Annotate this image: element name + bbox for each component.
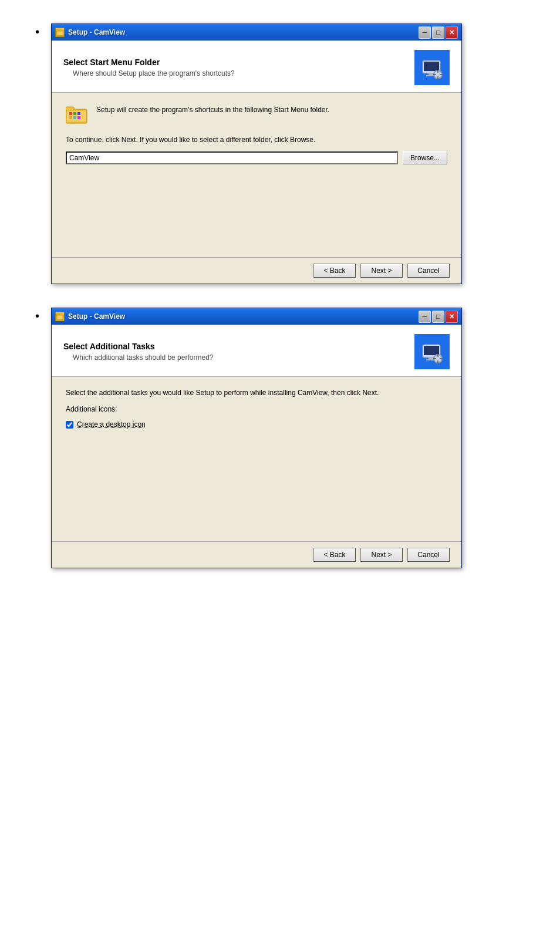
title-bar-buttons-1: ─ □ ✕ (419, 26, 458, 39)
additional-icons-label: Additional icons: (66, 405, 447, 413)
body-description-2: Select the additional tasks you would li… (66, 389, 447, 397)
dialog-body-2: Select the additional tasks you would li… (52, 377, 461, 541)
svg-rect-19 (77, 112, 80, 115)
setup-title-icon-2 (55, 312, 65, 321)
title-bar-2: Setup - CamView ─ □ ✕ (52, 308, 461, 325)
body-continue-text-1: To continue, click Next. If you would li… (66, 136, 447, 144)
title-bar-left-1: Setup - CamView (55, 28, 125, 37)
title-bar-title-1: Setup - CamView (68, 28, 125, 36)
dialog-title-2: Select Additional Tasks (63, 342, 213, 351)
svg-rect-5 (424, 62, 439, 71)
next-button-1[interactable]: Next > (360, 264, 403, 278)
folder-input-row-1: Browse... (66, 151, 447, 164)
svg-rect-17 (69, 112, 72, 115)
dialog-header-icon-1 (414, 50, 450, 85)
browse-button-1[interactable]: Browse... (403, 151, 447, 164)
bullet-item-1: • Setup - CamView ─ □ ✕ (35, 23, 525, 284)
title-bar-buttons-2: ─ □ ✕ (419, 311, 458, 323)
dialog-header-text-2: Select Additional Tasks Which additional… (63, 342, 213, 362)
back-button-2[interactable]: < Back (313, 548, 356, 562)
close-button-1[interactable]: ✕ (446, 26, 458, 39)
body-description-1: Setup will create the program's shortcut… (96, 104, 329, 115)
folder-name-input-1[interactable] (66, 151, 398, 164)
dialog-header-text-1: Select Start Menu Folder Where should Se… (63, 58, 235, 77)
desktop-icon-label[interactable]: Create a desktop icon (77, 420, 146, 429)
dialog-subtitle-2: Which additional tasks should be perform… (73, 353, 213, 362)
bullet-dot-1: • (35, 26, 39, 38)
minimize-button-1[interactable]: ─ (419, 26, 431, 39)
setup-title-icon-1 (55, 28, 65, 37)
svg-rect-15 (66, 107, 74, 110)
maximize-button-2[interactable]: □ (432, 311, 444, 323)
svg-rect-20 (69, 116, 72, 119)
close-button-2[interactable]: ✕ (446, 311, 458, 323)
minimize-button-2[interactable]: ─ (419, 311, 431, 323)
svg-rect-2 (57, 31, 63, 35)
dialog-subtitle-1: Where should Setup place the program's s… (73, 69, 235, 77)
cancel-button-2[interactable]: Cancel (407, 548, 450, 562)
svg-rect-21 (73, 116, 76, 119)
cancel-button-1[interactable]: Cancel (407, 264, 450, 278)
title-bar-left-2: Setup - CamView (55, 312, 125, 321)
maximize-button-1[interactable]: □ (432, 26, 444, 39)
svg-rect-25 (57, 315, 63, 319)
dialog-2: Setup - CamView ─ □ ✕ Select Additional … (51, 308, 462, 568)
title-bar-title-2: Setup - CamView (68, 312, 125, 321)
desktop-icon-row: Create a desktop icon (66, 420, 447, 429)
svg-rect-18 (73, 112, 76, 115)
dialog-header-icon-2 (414, 334, 450, 369)
dialog-1: Setup - CamView ─ □ ✕ Select Start Menu … (51, 23, 462, 284)
bullet-item-2: • Setup - CamView ─ □ ✕ (35, 308, 525, 568)
dialog-footer-1: < Back Next > Cancel (52, 257, 461, 284)
next-button-2[interactable]: Next > (360, 548, 403, 562)
dialog-header-2: Select Additional Tasks Which additional… (52, 325, 461, 377)
dialog-header-1: Select Start Menu Folder Where should Se… (52, 41, 461, 93)
svg-rect-28 (424, 346, 439, 355)
dialog-title-1: Select Start Menu Folder (63, 58, 235, 67)
back-button-1[interactable]: < Back (313, 264, 356, 278)
dialog-footer-2: < Back Next > Cancel (52, 541, 461, 568)
body-row-1: Setup will create the program's shortcut… (66, 104, 447, 126)
folder-icon-1 (66, 104, 88, 126)
create-desktop-icon-checkbox[interactable] (66, 421, 73, 429)
title-bar-1: Setup - CamView ─ □ ✕ (52, 24, 461, 41)
dialog-body-1: Setup will create the program's shortcut… (52, 93, 461, 257)
svg-rect-22 (77, 116, 80, 119)
bullet-dot-2: • (35, 310, 39, 322)
